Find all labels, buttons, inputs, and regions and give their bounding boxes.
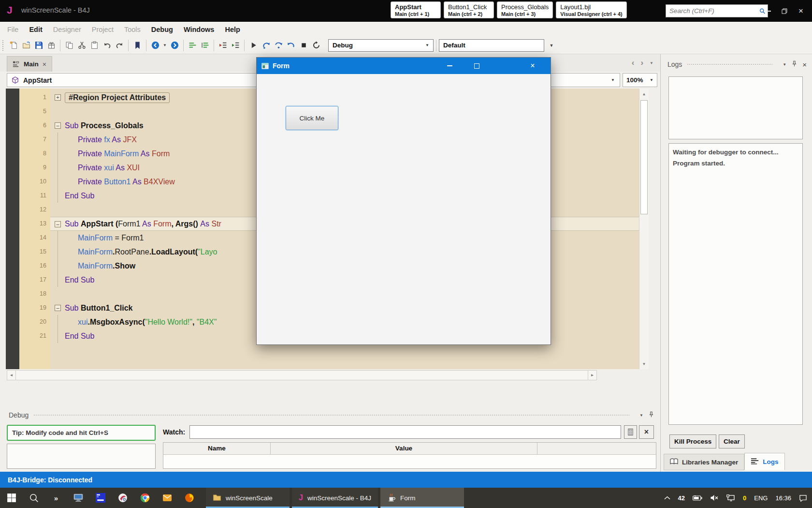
quick-tab-layout1.bjl[interactable]: Layout1.bjlVisual Designer (ctrl + 4)	[556, 1, 627, 18]
fold-marker[interactable]: –	[55, 221, 61, 227]
new-file-icon[interactable]	[7, 39, 20, 52]
quick-tab-process_globals[interactable]: Process_GlobalsMain (ctrl + 3)	[497, 1, 553, 18]
menu-project[interactable]: Project	[87, 26, 119, 33]
restore-button[interactable]	[777, 0, 792, 22]
chevron-down-icon[interactable]: ▼	[783, 62, 786, 67]
editor-horizontal-scrollbar[interactable]: ◄ ►	[7, 370, 597, 380]
package-icon[interactable]	[45, 39, 58, 52]
build-config-select[interactable]: Default	[439, 39, 544, 52]
form-window[interactable]: Form × Click Me	[256, 57, 551, 345]
taskbar-button-form[interactable]: Form	[380, 488, 464, 508]
tray-zero-badge[interactable]: 0	[743, 494, 746, 502]
minimize-button[interactable]	[761, 0, 775, 22]
battery-icon[interactable]	[693, 495, 702, 501]
redo-icon[interactable]	[113, 39, 126, 52]
bookmark-icon[interactable]	[131, 39, 144, 52]
clear-logs-button[interactable]: Clear	[719, 434, 745, 448]
tab-list-caret[interactable]: ▼	[650, 61, 653, 65]
volume-muted-icon[interactable]	[710, 494, 719, 501]
nav-caret-icon[interactable]: ▼	[161, 39, 168, 52]
pin-icon[interactable]	[791, 60, 798, 69]
step-over-icon[interactable]	[272, 39, 285, 52]
copy-icon[interactable]	[63, 39, 75, 52]
tab-close-icon[interactable]: ×	[43, 60, 46, 68]
scroll-left-icon[interactable]: ◄	[7, 371, 16, 380]
open-project-icon[interactable]	[20, 39, 32, 52]
menu-edit[interactable]: Edit	[24, 26, 47, 33]
menu-tools[interactable]: Tools	[119, 26, 146, 33]
save-icon[interactable]	[32, 39, 45, 52]
run-icon[interactable]	[247, 39, 260, 52]
search-box[interactable]	[666, 4, 768, 17]
language-indicator[interactable]: ENG	[754, 494, 768, 502]
chevron-down-icon[interactable]: ▼	[639, 413, 643, 418]
log-output-box[interactable]: Waiting for debugger to connect...Progra…	[668, 143, 803, 425]
fold-marker[interactable]: –	[55, 305, 61, 311]
navigate-forward-icon[interactable]	[168, 39, 181, 52]
scroll-up-icon[interactable]: ▲	[639, 90, 649, 98]
cut-icon[interactable]	[75, 39, 88, 52]
step-into-icon[interactable]	[260, 39, 272, 52]
chrome-icon[interactable]	[139, 492, 151, 504]
taskbar-button-winscreenscale[interactable]: winScreenScale	[206, 488, 290, 508]
editor-vertical-scrollbar[interactable]: ▲ ▼	[639, 89, 649, 369]
editor-zoom-select[interactable]: 100% ▼	[623, 73, 657, 87]
watch-column-name[interactable]: Name	[163, 443, 271, 454]
fold-marker[interactable]: –	[55, 122, 61, 129]
navigate-back-icon[interactable]	[149, 39, 161, 52]
tab-main[interactable]: Main ×	[7, 56, 52, 72]
uncomment-icon[interactable]	[199, 39, 211, 52]
quick-tab-button1_click[interactable]: Button1_ClickMain (ctrl + 2)	[444, 1, 494, 18]
indent-icon[interactable]	[229, 39, 242, 52]
outlook-icon[interactable]	[161, 492, 173, 504]
search-input[interactable]	[666, 7, 759, 15]
quick-tab-appstart[interactable]: AppStartMain (ctrl + 1)	[391, 1, 441, 18]
network-icon[interactable]	[726, 494, 735, 502]
form-close-button[interactable]: ×	[526, 58, 539, 74]
build-mode-select[interactable]: Debug▼	[328, 39, 434, 52]
menu-help[interactable]: Help	[219, 26, 245, 33]
form-minimize-button[interactable]	[443, 58, 456, 74]
fold-marker[interactable]: +	[55, 94, 61, 101]
tab-nav-right-icon[interactable]: ›	[640, 58, 643, 68]
pin-icon[interactable]	[648, 411, 654, 419]
tab-nav-left-icon[interactable]: ‹	[632, 58, 635, 68]
start-icon[interactable]	[6, 492, 17, 504]
tray-badge[interactable]: 42	[678, 494, 685, 502]
paste-icon[interactable]	[88, 39, 101, 52]
watch-input[interactable]	[189, 425, 621, 439]
form-title-bar[interactable]: Form ×	[257, 58, 551, 74]
log-filter-box[interactable]	[668, 76, 803, 139]
toolbar-overflow-caret[interactable]: ▼	[548, 39, 555, 52]
comment-icon[interactable]	[186, 39, 199, 52]
clear-watch-button[interactable]: ×	[639, 425, 654, 439]
menu-debug[interactable]: Debug	[146, 26, 178, 33]
clock[interactable]: 16:36	[775, 494, 791, 502]
outdent-icon[interactable]	[217, 39, 229, 52]
search-icon[interactable]	[28, 492, 40, 504]
undo-icon[interactable]	[101, 39, 113, 52]
firefox-icon[interactable]	[184, 492, 195, 504]
toolbar-grip[interactable]	[2, 40, 4, 51]
menu-designer[interactable]: Designer	[48, 26, 87, 33]
kill-process-button[interactable]: Kill Process	[669, 434, 716, 448]
close-icon[interactable]: ×	[802, 60, 807, 69]
taskbar-button-winscreenscale-b4j[interactable]: JwinScreenScale - B4J	[292, 488, 378, 508]
scroll-down-icon[interactable]: ▼	[639, 359, 649, 368]
form-maximize-button[interactable]	[470, 58, 483, 74]
collapsed-region-box[interactable]: #Region Project Attributes	[65, 92, 170, 103]
desktop-icon[interactable]	[72, 492, 84, 504]
tab-logs[interactable]: Logs	[744, 453, 784, 470]
watch-column-value[interactable]: Value	[271, 443, 537, 454]
media-tool-icon[interactable]	[117, 492, 129, 504]
close-button[interactable]: ×	[794, 0, 808, 22]
tray-expand[interactable]	[664, 496, 670, 500]
menu-windows[interactable]: Windows	[178, 26, 220, 33]
menu-file[interactable]: File	[2, 26, 24, 33]
b4j-designer-icon[interactable]	[95, 492, 106, 504]
scroll-right-icon[interactable]: ►	[588, 371, 596, 380]
action-center-icon[interactable]	[799, 494, 807, 502]
stop-icon[interactable]	[297, 39, 310, 52]
scrollbar-thumb[interactable]	[640, 100, 648, 214]
resume-icon[interactable]	[285, 39, 297, 52]
